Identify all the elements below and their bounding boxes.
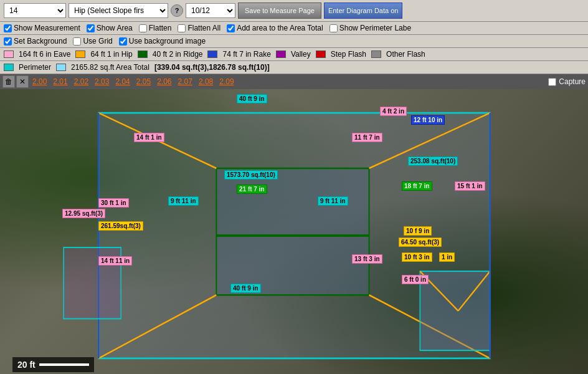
help-button[interactable]: ? (171, 4, 183, 17)
tab-2-07[interactable]: 2.07 (176, 76, 195, 87)
ridge-swatch (138, 50, 148, 58)
meas-bottom-right2: 64.50 sq.ft(3) (399, 237, 442, 247)
show-perimeter-label[interactable]: Show Perimeter Labe (330, 24, 411, 32)
tab-2-02[interactable]: 2.02 (72, 76, 91, 87)
ridge-label: 40 ft 2 in Ridge (153, 50, 203, 59)
perimeter-label: Perimeter (19, 63, 51, 72)
scale-label: 20 ft (17, 360, 36, 370)
meas-left-mid: 9 ft 11 in (168, 196, 199, 206)
meas-right-upper: 11 ft 7 in (352, 133, 382, 142)
area-total-label: 2165.82 sq.ft Area Total (71, 63, 149, 72)
tab-2-01[interactable]: 2.01 (50, 76, 70, 87)
show-measurement-label[interactable]: Show Measurement (4, 24, 80, 32)
scale-line (39, 363, 89, 366)
show-area-label[interactable]: Show Area (87, 24, 133, 32)
hip-label: 64 ft 1 in Hip (90, 50, 132, 59)
aerial-background (0, 89, 588, 374)
flatten-label[interactable]: Flatten (139, 24, 172, 32)
meas-left-upper: 30 ft 1 in (98, 198, 129, 208)
meas-right-lower-mid: 9 ft 11 in (318, 196, 348, 206)
meas-bottom-center: 40 ft 9 in (230, 284, 261, 293)
valley-swatch (276, 50, 286, 58)
capture-label-text: Capture (559, 77, 586, 86)
toolbar-row3: Set Background Use Grid Use background i… (0, 35, 588, 48)
area-total-swatch (56, 64, 66, 71)
perimeter-swatch (4, 64, 14, 71)
hip-swatch (75, 50, 85, 58)
meas-left-small-area2: 261.59sq.ft(3) (98, 221, 143, 231)
legend-row1: 164 ft 6 in Eave 64 ft 1 in Hip 40 ft 2 … (0, 48, 588, 61)
tab-2-00[interactable]: 2.00 (30, 76, 49, 87)
show-measurement-checkbox[interactable] (4, 24, 12, 32)
add-area-total-checkbox[interactable] (227, 24, 235, 32)
show-perimeter-checkbox[interactable] (330, 24, 338, 32)
use-grid-label[interactable]: Use Grid (73, 37, 112, 46)
save-measure-button[interactable]: Save to Measure Page (238, 2, 321, 19)
flatten-checkbox[interactable] (139, 24, 147, 32)
use-grid-checkbox[interactable] (73, 37, 81, 46)
toolbar-row1: 14 Hip (Select Slope firs ? 10/12 Save t… (0, 0, 588, 22)
meas-area-right: 253.08 sq.ft(10) (408, 156, 458, 166)
meas-right-mid1: 18 ft 7 in (402, 181, 432, 191)
meas-center-ridge: 21 ft 7 in (237, 185, 267, 194)
tab-2-06[interactable]: 2.06 (154, 76, 174, 87)
meas-area-main: 1573.70 sq.ft(10) (224, 170, 278, 180)
dropdown-hip[interactable]: Hip (Select Slope firs (69, 3, 168, 18)
diagram-area[interactable]: 40 ft 9 in 4 ft 2 in 12 ft 10 in 11 ft 7… (0, 89, 588, 374)
tab-2-08[interactable]: 2.08 (196, 76, 216, 87)
dropdown-number[interactable]: 14 (4, 3, 66, 18)
tab-2-04[interactable]: 2.04 (113, 76, 132, 87)
tab-bar: 🗑 ✕ 2.00 2.01 2.02 2.03 2.04 2.05 2.06 2… (0, 74, 588, 89)
set-background-label[interactable]: Set Background (4, 37, 67, 46)
close-icon[interactable]: ✕ (16, 75, 29, 88)
trash-icon[interactable]: 🗑 (2, 75, 15, 88)
meas-top-right-small: 4 ft 2 in (380, 107, 407, 116)
tab-2-03[interactable]: 2.03 (92, 76, 111, 87)
tab-2-09[interactable]: 2.09 (217, 76, 236, 87)
flatten-all-checkbox[interactable] (178, 24, 186, 32)
meas-left-small-area: 12.95 sq.ft(3) (62, 209, 105, 218)
bold-area-label: [339.04 sq.ft(3),1826.78 sq.ft(10)] (154, 63, 270, 72)
use-background-image-label[interactable]: Use background image (119, 37, 206, 46)
meas-top-right-large: 12 ft 10 in (411, 115, 445, 125)
meas-bottom-right5: 6 ft 0 in (402, 275, 429, 284)
use-background-image-checkbox[interactable] (119, 37, 127, 46)
meas-bottom-right3: 10 ft 3 in (402, 252, 432, 262)
eave-label: 164 ft 6 in Eave (19, 50, 70, 59)
meas-left-lower: 14 ft 11 in (98, 256, 132, 266)
stepflash-label: Step Flash (331, 50, 366, 59)
otherflash-label: Other Flash (386, 50, 425, 59)
capture-area: Capture (548, 77, 586, 86)
enter-diagram-button[interactable]: Enter Diagram Data on (324, 2, 403, 19)
tab-2-05[interactable]: 2.05 (134, 76, 153, 87)
eave-swatch (4, 50, 14, 58)
meas-right-mid2: 15 ft 1 in (455, 181, 485, 191)
toolbar-row2: Show Measurement Show Area Flatten Flatt… (0, 22, 588, 35)
meas-left-top: 14 ft 1 in (134, 133, 164, 142)
valley-label: Valley (291, 50, 311, 59)
meas-right-lower-meas: 13 ft 3 in (352, 254, 382, 264)
set-background-checkbox[interactable] (4, 37, 12, 46)
add-area-total-label[interactable]: Add area to the Area Total (227, 24, 323, 32)
capture-checkbox[interactable] (548, 78, 556, 86)
meas-bottom-right4: 1 in (439, 252, 455, 262)
rake-swatch (207, 50, 217, 58)
legend-row2: Perimeter 2165.82 sq.ft Area Total [339.… (0, 61, 588, 74)
meas-bottom-right1: 10 f 9 in (404, 226, 432, 236)
dropdown-slope[interactable]: 10/12 (186, 3, 235, 18)
rake-label: 74 ft 7 in Rake (222, 50, 270, 59)
flatten-all-label[interactable]: Flatten All (178, 24, 220, 32)
otherflash-swatch (371, 50, 381, 58)
scale-bar: 20 ft (12, 357, 94, 372)
meas-top-center: 40 ft 9 in (237, 94, 267, 103)
show-area-checkbox[interactable] (87, 24, 95, 32)
stepflash-swatch (316, 50, 326, 58)
